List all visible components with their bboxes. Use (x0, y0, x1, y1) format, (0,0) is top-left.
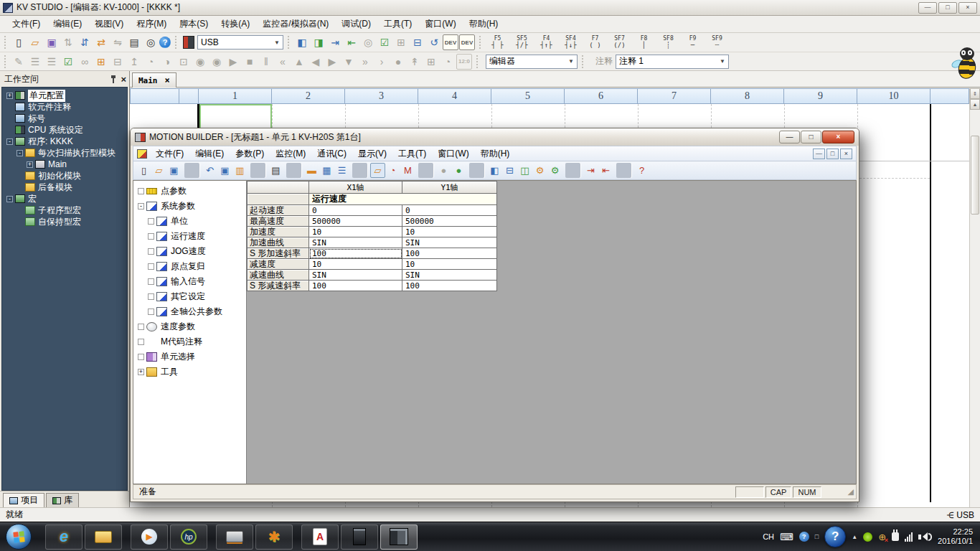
batch-monitor-icon[interactable]: ⊟ (410, 34, 425, 50)
plc-transfer-icon[interactable]: ⇤ (344, 34, 359, 50)
workspace-tree-item[interactable]: 初始化模块 (2, 170, 127, 182)
parameter-tree-item[interactable]: 运行速度 (133, 229, 246, 244)
restore-tray-icon[interactable]: □ (815, 533, 819, 540)
ladder-fkey-button[interactable]: SF7 (/) (608, 34, 631, 51)
expander-icon[interactable] (17, 184, 23, 191)
expander-icon[interactable] (148, 309, 154, 315)
workspace-tree-item[interactable]: 后备模块 (2, 182, 127, 193)
ladder-fkey-button[interactable]: F5 ┤ ├ (486, 34, 509, 51)
taskbar-pdf-button[interactable]: A (301, 524, 339, 550)
language-indicator[interactable]: CH (763, 532, 774, 541)
help-tray-icon[interactable]: ? (799, 532, 809, 542)
power-plug-icon[interactable] (892, 532, 899, 541)
green-lamp-icon[interactable]: ● (451, 163, 466, 178)
dev-monitor2-icon[interactable]: DEV (459, 34, 475, 50)
gray-lamp-icon[interactable]: ● (436, 163, 451, 178)
x1-value-cell[interactable]: 0 (309, 205, 402, 216)
y1-value-cell[interactable]: SIN (402, 270, 497, 281)
menu-item[interactable]: 视图(V) (88, 16, 130, 32)
grid-monitor-icon[interactable]: ⊟ (110, 54, 126, 70)
ladder-fkey-button[interactable]: SF5 ┤/├ (510, 34, 534, 51)
column-header-y1[interactable]: Y1轴 (402, 182, 497, 194)
start-button[interactable] (6, 524, 32, 550)
expander-icon[interactable] (148, 233, 154, 240)
expander-icon[interactable] (138, 188, 144, 194)
expander-icon[interactable]: - (138, 203, 144, 209)
step-back-icon[interactable]: « (275, 54, 291, 70)
point-table-icon[interactable]: ▦ (319, 163, 334, 178)
y1-value-cell[interactable]: 0 (402, 205, 497, 216)
mb-menu-item[interactable]: 通讯(C) (311, 146, 352, 162)
toolbar-grip[interactable] (288, 36, 291, 49)
parameter-tree-item[interactable]: 速度参数 (133, 319, 246, 334)
mb-toolbar-icon[interactable] (184, 163, 199, 178)
time-chart-icon[interactable]: 12:0 (456, 54, 472, 70)
comment-combo[interactable]: 注释 1 ▼ (616, 55, 729, 69)
expander-icon[interactable]: - (17, 150, 23, 156)
expander-icon[interactable]: + (6, 93, 13, 99)
mb-menu-item[interactable]: 监控(M) (270, 146, 311, 162)
show-hidden-icons[interactable]: ▲ (852, 534, 857, 540)
plc-connection-icon[interactable] (183, 36, 194, 49)
stopwatch-icon[interactable]: ◔ (143, 54, 159, 70)
point-list-icon[interactable]: ☰ (334, 163, 349, 178)
workspace-tree-item[interactable]: + Main (2, 159, 127, 170)
taskbar-motion-builder-button[interactable] (380, 524, 418, 550)
tab-main[interactable]: Main × (132, 72, 176, 88)
jump-out-icon[interactable]: ⇤ (598, 163, 613, 178)
parameter-tree-item[interactable]: 原点复归 (133, 259, 246, 274)
mb-toolbar-icon[interactable] (565, 163, 580, 178)
step-prev-icon[interactable]: ◀ (308, 54, 324, 70)
help-icon[interactable]: ? (634, 163, 649, 178)
step-forward-icon[interactable]: » (357, 54, 373, 70)
open-icon[interactable]: ▱ (27, 34, 43, 50)
monitor-check-icon[interactable]: ☑ (377, 34, 392, 50)
edit-pen-icon[interactable]: ✎ (11, 54, 27, 70)
split-handle-icon[interactable]: ⇕ (970, 88, 980, 99)
stop-icon[interactable]: ■ (242, 54, 258, 70)
transfer-monitor-icon[interactable]: ⇥ (327, 34, 343, 50)
new-icon[interactable]: ▯ (11, 34, 27, 50)
toolbar-grip[interactable] (4, 36, 8, 49)
compare-icon[interactable]: ⇋ (110, 34, 126, 50)
expander-icon[interactable] (17, 219, 23, 225)
ladder-fkey-button[interactable]: SF4 ┤↓├ (559, 34, 583, 51)
open-icon[interactable]: ▱ (151, 163, 166, 178)
y1-value-cell[interactable]: 10 (402, 259, 497, 270)
close-button[interactable]: × (958, 2, 977, 14)
pc-unit-icon[interactable]: ⊟ (502, 163, 517, 178)
save-icon[interactable]: ▣ (166, 163, 182, 178)
mdi-close-button[interactable]: × (840, 149, 852, 159)
point-params-icon[interactable]: ▬ (304, 163, 319, 178)
jump-in-icon[interactable]: ⇥ (583, 163, 598, 178)
mdi-minimize-button[interactable]: — (813, 149, 825, 159)
restore-button[interactable]: □ (938, 2, 957, 14)
ladder-fkey-button[interactable]: F7 ( ) (583, 34, 607, 51)
x1-value-cell[interactable]: SIN (309, 270, 402, 281)
menu-item[interactable]: 帮助(H) (463, 16, 505, 32)
taskbar-plc-button[interactable] (341, 524, 378, 550)
x1-value-cell[interactable]: SIN (309, 237, 402, 248)
drag-hand-icon[interactable]: ↥ (126, 54, 142, 70)
nvidia-tray-icon[interactable] (863, 532, 872, 542)
expander-icon[interactable]: - (6, 138, 13, 145)
scan-time-icon[interactable]: ◔ (440, 54, 456, 70)
step-down-icon[interactable]: ▼ (341, 54, 357, 70)
expander-icon[interactable]: + (138, 369, 144, 375)
mb-toolbar-icon[interactable] (352, 163, 367, 178)
y1-value-cell[interactable]: 100 (402, 281, 497, 291)
pin-icon[interactable] (110, 75, 116, 83)
mb-close-button[interactable]: × (822, 131, 854, 143)
toolbar-grip[interactable] (175, 36, 179, 49)
workspace-tree-item[interactable]: + 单元配置 (2, 90, 127, 101)
print-preview-icon[interactable]: ◎ (143, 34, 159, 50)
device-list-icon[interactable]: ☰ (27, 54, 43, 70)
connection-combo[interactable]: USB ▼ (197, 35, 283, 50)
parameter-tree-item[interactable]: JOG速度 (133, 244, 246, 259)
refresh-icon[interactable]: ↺ (426, 34, 442, 50)
expander-icon[interactable] (138, 354, 144, 360)
unit-transfer-icon[interactable]: ◫ (517, 163, 532, 178)
close-panel-icon[interactable]: × (121, 75, 126, 83)
menu-item[interactable]: 程序(M) (130, 16, 173, 32)
menu-item[interactable]: 调试(D) (335, 16, 377, 32)
